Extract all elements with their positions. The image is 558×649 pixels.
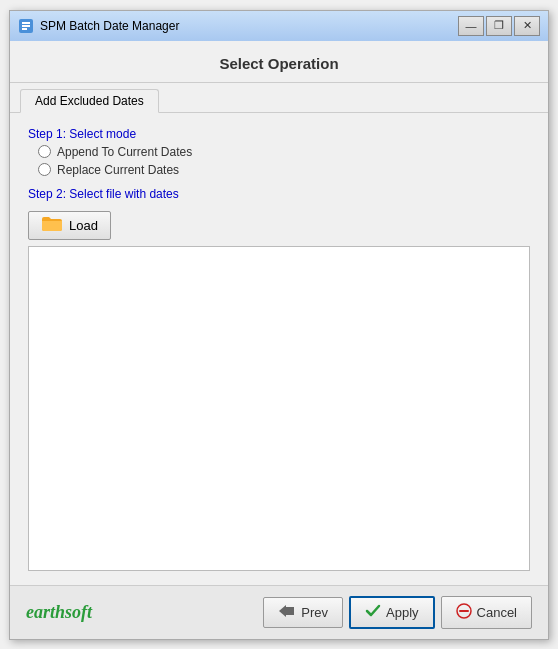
- content-area: Step 1: Select mode Append To Current Da…: [10, 113, 548, 585]
- main-window: SPM Batch Date Manager — ❐ ✕ Select Oper…: [9, 10, 549, 640]
- prev-button[interactable]: Prev: [263, 597, 343, 628]
- step2-section: Step 2: Select file with dates Load: [28, 187, 530, 571]
- svg-marker-4: [279, 605, 286, 617]
- svg-rect-6: [290, 607, 294, 615]
- cancel-label: Cancel: [477, 605, 517, 620]
- apply-label: Apply: [386, 605, 419, 620]
- radio-append[interactable]: Append To Current Dates: [38, 145, 530, 159]
- dates-textarea[interactable]: [28, 246, 530, 571]
- load-button[interactable]: Load: [28, 211, 111, 240]
- radio-replace[interactable]: Replace Current Dates: [38, 163, 530, 177]
- svg-rect-3: [22, 28, 27, 30]
- radio-replace-label: Replace Current Dates: [57, 163, 179, 177]
- radio-append-label: Append To Current Dates: [57, 145, 192, 159]
- window-title: SPM Batch Date Manager: [40, 19, 458, 33]
- footer-buttons: Prev Apply: [263, 596, 532, 629]
- window-controls: — ❐ ✕: [458, 16, 540, 36]
- apply-button[interactable]: Apply: [349, 596, 435, 629]
- svg-rect-1: [22, 22, 30, 24]
- prev-icon: [278, 604, 296, 621]
- header-section: Select Operation: [10, 41, 548, 82]
- radio-append-input[interactable]: [38, 145, 51, 158]
- restore-button[interactable]: ❐: [486, 16, 512, 36]
- folder-icon: [41, 216, 63, 235]
- minimize-button[interactable]: —: [458, 16, 484, 36]
- svg-rect-5: [286, 607, 290, 615]
- title-bar: SPM Batch Date Manager — ❐ ✕: [10, 11, 548, 41]
- prev-label: Prev: [301, 605, 328, 620]
- earthsoft-logo: earthsoft: [26, 602, 92, 623]
- footer: earthsoft Prev: [10, 585, 548, 639]
- step1-label: Step 1: Select mode: [28, 127, 530, 141]
- page-title: Select Operation: [26, 55, 532, 72]
- load-button-label: Load: [69, 218, 98, 233]
- cancel-button[interactable]: Cancel: [441, 596, 532, 629]
- step1-section: Step 1: Select mode Append To Current Da…: [28, 127, 530, 177]
- tab-add-excluded[interactable]: Add Excluded Dates: [20, 89, 159, 113]
- window-body: Select Operation Add Excluded Dates Step…: [10, 41, 548, 639]
- radio-replace-input[interactable]: [38, 163, 51, 176]
- app-icon: [18, 18, 34, 34]
- cancel-icon: [456, 603, 472, 622]
- step1-radio-group: Append To Current Dates Replace Current …: [28, 145, 530, 177]
- apply-checkmark-icon: [365, 604, 381, 621]
- tab-bar: Add Excluded Dates: [10, 83, 548, 113]
- step2-label: Step 2: Select file with dates: [28, 187, 530, 201]
- svg-rect-2: [22, 25, 30, 27]
- close-button[interactable]: ✕: [514, 16, 540, 36]
